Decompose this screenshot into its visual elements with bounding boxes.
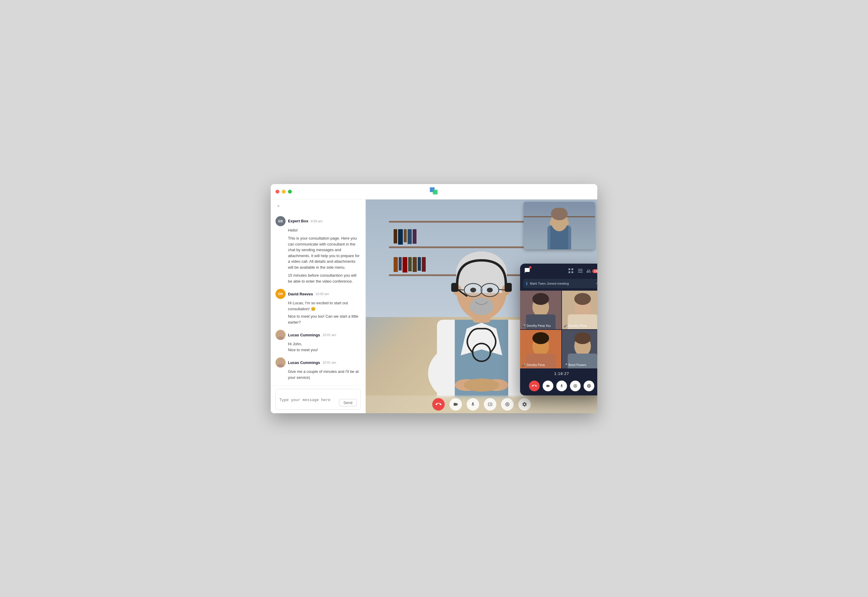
svg-point-65 xyxy=(574,332,591,344)
message-input[interactable] xyxy=(279,398,337,406)
mobile-header-icons: 15 xyxy=(567,267,597,275)
people-icon xyxy=(586,269,591,273)
participant-cell-3: 🎤 Dorothy Pena xyxy=(520,330,561,368)
participant-label-4: 🎤 Brent Powers xyxy=(564,363,586,367)
svg-point-42 xyxy=(506,402,509,406)
logo-icon xyxy=(430,187,438,195)
phone-icon xyxy=(435,401,441,407)
message-body-dr: Hi Lucas, I'm so excited to start out co… xyxy=(288,300,361,325)
notification-close-button[interactable]: × xyxy=(596,281,597,285)
chat-notification-dot xyxy=(529,266,531,269)
svg-point-39 xyxy=(551,208,568,220)
message-time-dr: 10:00 am xyxy=(316,292,329,296)
svg-point-61 xyxy=(533,332,549,344)
effects-icon xyxy=(504,402,510,407)
svg-rect-29 xyxy=(451,283,458,292)
mobile-settings-button[interactable] xyxy=(584,380,594,391)
participant-name-4: Brent Powers xyxy=(568,363,586,367)
video-button[interactable] xyxy=(450,398,462,411)
call-timer: 1:18:27 xyxy=(554,371,569,376)
participant-label-2: 🎤 Dorothy Pena xyxy=(564,324,587,327)
participants-count-area: 15 xyxy=(586,269,597,273)
close-traffic-light[interactable] xyxy=(276,190,279,193)
mobile-video-button[interactable] xyxy=(543,380,553,391)
settings-button[interactable] xyxy=(518,398,531,411)
svg-rect-50 xyxy=(578,272,583,273)
svg-rect-30 xyxy=(504,283,512,292)
sender-name-lc2: Lucas Cummings xyxy=(288,360,320,365)
svg-point-57 xyxy=(574,293,591,305)
list-icon[interactable] xyxy=(577,267,584,275)
dr-text1: Hi Lucas, I'm so excited to start out co… xyxy=(288,300,361,312)
message-group-lucas2: Lucas Cummings 10:01 am Give me a couple… xyxy=(276,358,361,380)
chat-messages: EB Expert Box 9:58 am Hello! This is you… xyxy=(271,212,365,385)
gear-icon xyxy=(522,402,527,407)
svg-rect-1 xyxy=(433,190,438,195)
pip-inner xyxy=(524,202,595,249)
mobile-effects-button[interactable] xyxy=(570,380,581,391)
svg-point-67 xyxy=(574,384,577,388)
minimize-traffic-light[interactable] xyxy=(282,190,286,193)
mobile-effects-icon xyxy=(573,383,578,388)
participant-face-3 xyxy=(520,330,561,368)
svg-point-41 xyxy=(565,220,569,226)
mic-button[interactable] xyxy=(467,398,479,411)
mobile-chat-icon xyxy=(524,267,530,275)
avatar-dr: DR xyxy=(276,289,286,299)
svg-point-68 xyxy=(575,385,576,386)
mobile-hangup-button[interactable] xyxy=(529,380,540,391)
mobile-panel-header: 15 xyxy=(520,264,597,279)
svg-point-53 xyxy=(533,293,549,305)
participant-face-4 xyxy=(562,330,597,368)
svg-point-5 xyxy=(276,364,285,368)
participant-face-1 xyxy=(520,291,561,329)
svg-rect-45 xyxy=(571,268,573,270)
participants-grid: 🎤 Dorothy Pena You 🎤 xyxy=(520,291,597,369)
mobile-phone-icon xyxy=(532,383,537,388)
message-body-lc2: Give me a couple of minutes and I'll be … xyxy=(288,369,361,380)
main-content: × EB Expert Box 9:58 am Hello! This is y… xyxy=(271,199,597,413)
svg-rect-44 xyxy=(568,268,570,270)
message-body-eb: Hello! This is your consultation page. H… xyxy=(288,227,361,284)
video-controls xyxy=(366,395,597,413)
hangup-button[interactable] xyxy=(432,398,445,411)
participant-cell-4: 🎤 Brent Powers xyxy=(562,330,597,368)
send-button[interactable]: Send xyxy=(339,399,357,406)
screen-share-button[interactable] xyxy=(484,398,496,411)
message-time-lc2: 10:01 am xyxy=(322,361,336,364)
svg-point-43 xyxy=(507,404,508,405)
traffic-lights xyxy=(276,190,292,193)
message-group-lucas1: Lucas Cummings 10:01 am Hi John,Nice to … xyxy=(276,330,361,353)
mobile-video-icon xyxy=(546,384,550,388)
avatar-eb: EB xyxy=(276,216,286,226)
mobile-mic-button[interactable] xyxy=(556,380,567,391)
effects-button[interactable] xyxy=(501,398,513,411)
participant-cell-2: 🎤 Dorothy Pena xyxy=(562,291,597,329)
maximize-traffic-light[interactable] xyxy=(288,190,292,193)
message-group-expertbox: EB Expert Box 9:58 am Hello! This is you… xyxy=(276,216,361,284)
participant-name-1: Dorothy Pena You xyxy=(527,324,550,327)
mobile-gear-icon xyxy=(587,383,591,388)
message-time-lc1: 10:01 am xyxy=(322,333,336,337)
mic-icon xyxy=(470,402,475,407)
avatar-lucas1 xyxy=(276,330,286,340)
grid-icon[interactable] xyxy=(567,267,574,275)
app-window: × EB Expert Box 9:58 am Hello! This is y… xyxy=(271,184,597,413)
pip-person-svg xyxy=(542,208,577,249)
svg-point-2 xyxy=(278,331,283,336)
participant-label-3: 🎤 Dorothy Pena xyxy=(522,363,545,367)
video-icon xyxy=(453,402,458,407)
close-button[interactable]: × xyxy=(276,203,281,209)
eb-body1: This is your consultation page. Here you… xyxy=(288,235,361,270)
lc2-text: Give me a couple of minutes and I'll be … xyxy=(288,369,361,380)
avatar-lucas2 xyxy=(276,358,286,368)
app-logo xyxy=(430,187,438,196)
participant-name-2: Dorothy Pena xyxy=(568,324,587,327)
sender-name-dr: David Reeves xyxy=(288,292,313,296)
pip-video xyxy=(524,202,595,249)
sender-name-lc1: Lucas Cummings xyxy=(288,333,320,337)
svg-point-34 xyxy=(464,379,499,392)
screen-share-icon xyxy=(487,402,493,407)
mic-status-icon-2: 🎤 xyxy=(564,324,567,327)
participant-label-1: 🎤 Dorothy Pena You xyxy=(522,324,550,327)
